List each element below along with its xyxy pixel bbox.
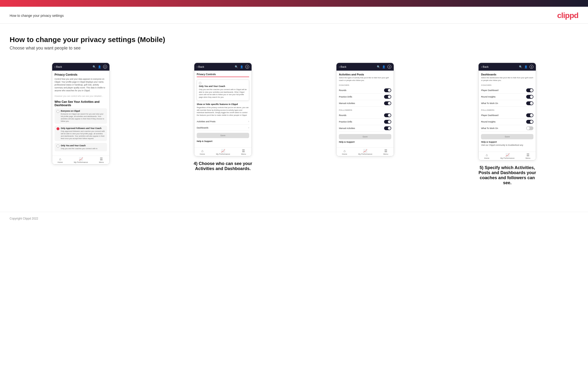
phone-body-2: Privacy Controls Only You and Your Coach…: [194, 71, 251, 148]
menu-row-activities[interactable]: Activities and Posts ›: [197, 118, 249, 125]
search-icon-2[interactable]: 🔍: [235, 65, 238, 68]
popup-title-2: Only You and Your Coach: [199, 85, 247, 87]
phone-body-1: Privacy Controls Control how you and you…: [52, 71, 109, 156]
menu-row-dashboards[interactable]: Dashboards ›: [197, 125, 249, 131]
radio-dot-everyone: [57, 110, 59, 113]
toggle-dash-coaches-player: Player Dashboard: [481, 87, 533, 94]
toggle-dash-coaches-work-switch[interactable]: [526, 101, 533, 105]
toggle-dash-coaches-round-switch[interactable]: [526, 95, 533, 99]
home-icon-4: ⌂: [484, 153, 489, 157]
toggle-dash-followers-work-switch[interactable]: [526, 126, 533, 130]
nav-perf-label-1: My Performance: [74, 161, 88, 163]
header-icons-3: 🔍 👤 ●: [377, 65, 391, 69]
page-subtitle: Choose what you want people to see: [10, 46, 578, 51]
toggle-coaches-manual-switch[interactable]: [384, 101, 391, 105]
toggle-dash-coaches-round-label: Round Insights: [481, 96, 495, 98]
toggle-coaches-rounds: Rounds: [339, 87, 391, 94]
phone-1: ‹ Back 🔍 👤 ● Privacy Controls Control ho…: [52, 63, 110, 165]
privacy-controls-desc-1: Control how you and your data appears to…: [55, 78, 107, 98]
nav-menu-4[interactable]: ☰ Menu: [526, 153, 530, 159]
option-coach-content: Only You and Your Coach Only you and the…: [61, 144, 98, 150]
phone-footer-2: ⌂ Home 📈 My Performance ☰ Menu: [194, 148, 251, 156]
toggle-dash-followers-player-switch[interactable]: [526, 113, 533, 117]
help-label-2: Help & Support: [197, 140, 249, 142]
help-desc-4: Visit our Clippd community to troublesho…: [481, 144, 533, 147]
toggle-followers-drills-label: Practice Drills: [339, 121, 352, 123]
person-icon-4[interactable]: 👤: [524, 65, 528, 68]
nav-home-label-4: Home: [484, 157, 489, 159]
toggle-dash-followers-player: Player Dashboard: [481, 112, 533, 119]
menu-icon-3: ☰: [384, 149, 388, 152]
nav-performance-2[interactable]: 📈 My Performance: [216, 149, 230, 155]
home-icon-1: ⌂: [58, 157, 62, 161]
menu-icon-1: ☰: [99, 157, 104, 161]
more-icon-3[interactable]: ●: [388, 65, 391, 69]
toggle-dash-coaches-player-switch[interactable]: [526, 88, 533, 92]
nav-home-4[interactable]: ⌂ Home: [484, 153, 489, 159]
nav-performance-3[interactable]: 📈 My Performance: [358, 149, 372, 155]
option-coach-label: Only You and Your Coach: [61, 144, 98, 147]
option-everyone-desc: Everyone on Clippd can search for you an…: [61, 113, 105, 122]
option-followers[interactable]: Only Approved Followers and Your Coach O…: [55, 126, 107, 141]
breadcrumb: How to change your privacy settings: [10, 14, 64, 17]
option-everyone-label: Everyone on Clippd: [61, 110, 105, 112]
toggle-dash-followers-round-switch[interactable]: [526, 120, 533, 124]
toggle-coaches-rounds-switch[interactable]: [384, 88, 391, 92]
nav-performance-4[interactable]: 📈 My Performance: [501, 153, 515, 159]
phone-footer-4: ⌂ Home 📈 My Performance ☰ Menu: [479, 151, 536, 160]
option-coach-desc: Only you and the coaches you connect wit…: [61, 148, 98, 150]
nav-home-2[interactable]: ⌂ Home: [200, 149, 205, 155]
coaches-group-label-4: COACHES: [481, 84, 533, 86]
menu-icon-2: ☰: [242, 149, 246, 152]
nav-home-label-1: Home: [58, 161, 63, 163]
nav-menu-1[interactable]: ☰ Menu: [99, 157, 104, 163]
dashboards-title: Dashboards: [481, 73, 533, 76]
tab-label-2: Privacy Controls: [197, 73, 249, 77]
more-icon-1[interactable]: ●: [103, 65, 107, 69]
back-btn-1[interactable]: ‹ Back: [55, 65, 62, 68]
toggle-followers-drills-switch[interactable]: [384, 120, 391, 124]
search-icon-1[interactable]: 🔍: [93, 65, 96, 68]
save-button-4[interactable]: Save: [481, 134, 533, 139]
toggle-dash-coaches-work-label: What To Work On: [481, 102, 498, 104]
toggle-followers-rounds: Rounds: [339, 112, 391, 119]
chart-icon-4: 📈: [505, 153, 510, 157]
option-everyone[interactable]: Everyone on Clippd Everyone on Clippd ca…: [55, 108, 107, 124]
header-icons-4: 🔍 👤 ●: [519, 65, 533, 69]
back-btn-2[interactable]: ‹ Back: [197, 65, 204, 68]
nav-home-3[interactable]: ⌂ Home: [342, 149, 347, 155]
person-icon-2[interactable]: 👤: [240, 65, 243, 68]
followers-group-label-4: FOLLOWERS: [481, 109, 533, 111]
search-icon-3[interactable]: 🔍: [377, 65, 380, 68]
save-button-2[interactable]: Save: [197, 133, 249, 138]
phone-footer-1: ⌂ Home 📈 My Performance ☰ Menu: [52, 156, 109, 164]
tab-bar-2: Privacy Controls: [197, 73, 249, 77]
back-btn-3[interactable]: ‹ Back: [339, 65, 346, 68]
nav-menu-2[interactable]: ☰ Menu: [241, 149, 246, 155]
copyright-text: Copyright Clippd 2022: [10, 217, 38, 220]
more-icon-2[interactable]: ●: [245, 65, 249, 69]
header-icons-2: 🔍 👤 ●: [235, 65, 249, 69]
toggle-coaches-drills-switch[interactable]: [384, 95, 391, 99]
header: How to change your privacy settings clip…: [0, 7, 588, 24]
more-icon-4[interactable]: ●: [529, 65, 533, 69]
toggle-followers-rounds-switch[interactable]: [384, 113, 391, 117]
back-btn-4[interactable]: ‹ Back: [481, 65, 488, 68]
nav-menu-3[interactable]: ☰ Menu: [383, 149, 388, 155]
nav-home-1[interactable]: ⌂ Home: [58, 157, 63, 163]
toggle-coaches-manual: Manual Activities: [339, 100, 391, 107]
toggle-dash-followers-round-label: Round Insights: [481, 121, 495, 123]
option-coach-only[interactable]: Only You and Your Coach Only you and the…: [55, 143, 107, 151]
option-everyone-content: Everyone on Clippd Everyone on Clippd ca…: [61, 110, 105, 122]
toggle-followers-manual-switch[interactable]: [384, 126, 391, 130]
person-icon-3[interactable]: 👤: [382, 65, 386, 68]
person-icon-1[interactable]: 👤: [98, 65, 101, 68]
option-followers-content: Only Approved Followers and Your Coach O…: [61, 127, 105, 140]
top-bar: [0, 0, 588, 7]
save-button-3[interactable]: Save: [339, 134, 391, 139]
toggle-dash-followers-work: What To Work On: [481, 125, 533, 132]
toggle-dash-coaches-work: What To Work On: [481, 100, 533, 107]
nav-menu-label-1: Menu: [99, 161, 104, 163]
search-icon-4[interactable]: 🔍: [519, 65, 522, 68]
nav-performance-1[interactable]: 📈 My Performance: [74, 157, 88, 163]
